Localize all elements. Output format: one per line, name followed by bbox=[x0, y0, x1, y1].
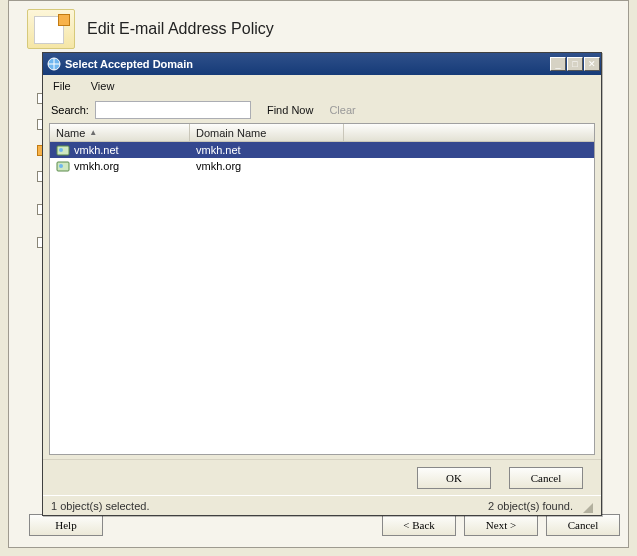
resize-grip-icon[interactable] bbox=[579, 499, 593, 513]
listview-header: Name▲ Domain Name bbox=[50, 124, 594, 142]
svg-point-4 bbox=[59, 164, 63, 168]
column-domain-name[interactable]: Domain Name bbox=[190, 124, 344, 141]
select-accepted-domain-dialog: Select Accepted Domain _ □ ✕ File View S… bbox=[42, 52, 602, 516]
dialog-titlebar[interactable]: Select Accepted Domain _ □ ✕ bbox=[43, 53, 601, 75]
search-input[interactable] bbox=[95, 101, 251, 119]
svg-rect-1 bbox=[57, 146, 69, 155]
status-selected: 1 object(s) selected. bbox=[51, 500, 149, 512]
dialog-menubar: File View bbox=[43, 75, 601, 97]
back-button[interactable]: < Back bbox=[382, 514, 456, 536]
clear-link: Clear bbox=[329, 104, 355, 116]
table-row[interactable]: vmkh.org vmkh.org bbox=[50, 158, 594, 174]
dialog-footer: OK Cancel bbox=[43, 459, 601, 495]
status-found: 2 object(s) found. bbox=[488, 500, 573, 512]
ok-button[interactable]: OK bbox=[417, 467, 491, 489]
dialog-title: Select Accepted Domain bbox=[65, 58, 193, 70]
wizard-header: Edit E-mail Address Policy bbox=[27, 9, 274, 49]
find-now-link[interactable]: Find Now bbox=[267, 104, 313, 116]
next-button[interactable]: Next > bbox=[464, 514, 538, 536]
search-label: Search: bbox=[51, 104, 89, 116]
row-domain: vmkh.net bbox=[196, 144, 241, 156]
minimize-button[interactable]: _ bbox=[550, 57, 566, 71]
policy-icon bbox=[27, 9, 75, 49]
close-button[interactable]: ✕ bbox=[584, 57, 600, 71]
svg-point-2 bbox=[59, 148, 63, 152]
column-name[interactable]: Name▲ bbox=[50, 124, 190, 141]
svg-rect-3 bbox=[57, 162, 69, 171]
row-name: vmkh.net bbox=[74, 144, 119, 156]
menu-file[interactable]: File bbox=[53, 80, 71, 92]
menu-view[interactable]: View bbox=[91, 80, 115, 92]
accepted-domain-icon bbox=[56, 159, 70, 173]
listview-rows: vmkh.net vmkh.net vmkh.org vmkh.org bbox=[50, 142, 594, 454]
domain-listview: Name▲ Domain Name vmkh.net vmkh.net bbox=[49, 123, 595, 455]
row-domain: vmkh.org bbox=[196, 160, 241, 172]
help-button[interactable]: Help bbox=[29, 514, 103, 536]
maximize-button[interactable]: □ bbox=[567, 57, 583, 71]
dialog-cancel-button[interactable]: Cancel bbox=[509, 467, 583, 489]
dialog-statusbar: 1 object(s) selected. 2 object(s) found. bbox=[43, 495, 601, 515]
column-spacer bbox=[344, 124, 594, 141]
wizard-cancel-button[interactable]: Cancel bbox=[546, 514, 620, 536]
sort-ascending-icon: ▲ bbox=[89, 128, 97, 137]
table-row[interactable]: vmkh.net vmkh.net bbox=[50, 142, 594, 158]
accepted-domain-icon bbox=[56, 143, 70, 157]
dialog-searchbar: Search: Find Now Clear bbox=[43, 97, 601, 123]
domain-icon bbox=[47, 57, 61, 71]
row-name: vmkh.org bbox=[74, 160, 119, 172]
wizard-title: Edit E-mail Address Policy bbox=[87, 20, 274, 38]
